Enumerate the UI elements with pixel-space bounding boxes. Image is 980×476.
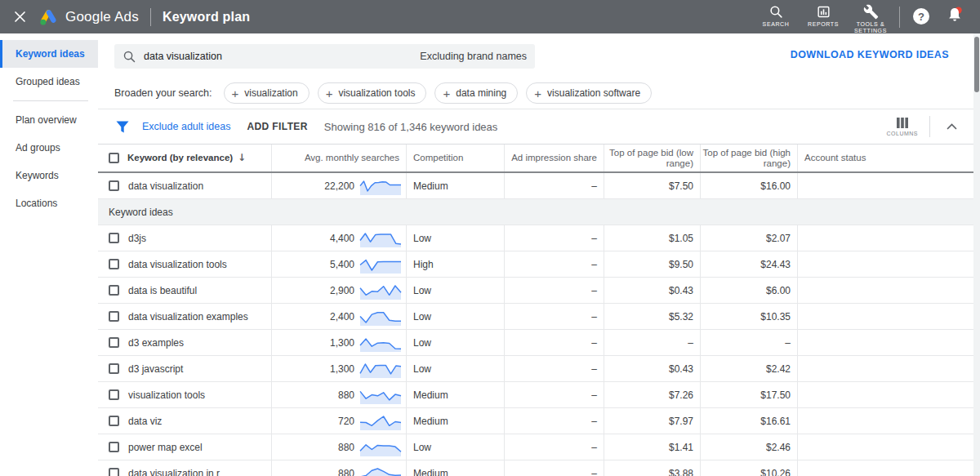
cell-bid-low: $3.88: [604, 460, 700, 476]
row-checkbox[interactable]: [109, 285, 119, 296]
broaden-search-row: Broaden your search: +visualization +vis…: [98, 78, 973, 109]
table-row[interactable]: data visualization in r880Medium–$3.88$1…: [98, 460, 973, 476]
cell-bid-low: $0.43: [604, 356, 700, 381]
cell-account-status: [797, 173, 973, 198]
exclude-adult-ideas-link[interactable]: Exclude adult ideas: [142, 121, 230, 132]
broaden-chip-visualization-tools[interactable]: +visualization tools: [318, 82, 427, 104]
cell-account-status: [797, 330, 973, 355]
cell-avg-monthly-searches: 880: [271, 382, 406, 407]
cell-avg-monthly-searches: 1,300: [271, 330, 406, 355]
help-button[interactable]: ?: [911, 7, 931, 26]
sidebar-item-grouped-ideas[interactable]: Grouped ideas: [0, 68, 98, 96]
cell-competition: Medium: [406, 382, 504, 407]
row-checkbox[interactable]: [109, 337, 119, 348]
scrollbar-thumb[interactable]: [974, 37, 979, 92]
row-checkbox[interactable]: [109, 311, 119, 322]
column-header-top-of-page-bid-low[interactable]: Top of page bid (low range): [604, 145, 700, 171]
column-header-top-of-page-bid-high[interactable]: Top of page bid (high range): [700, 145, 797, 171]
add-filter-button[interactable]: ADD FILTER: [247, 121, 307, 132]
cell-keyword: power map excel: [127, 434, 271, 460]
row-checkbox[interactable]: [109, 416, 119, 426]
cell-ad-impression-share: –: [504, 460, 604, 476]
cell-avg-monthly-searches: 880: [271, 460, 406, 476]
showing-count-text: Showing 816 of 1,346 keyword ideas: [324, 121, 497, 133]
cell-avg-monthly-searches: 720: [271, 408, 406, 434]
row-checkbox[interactable]: [109, 233, 119, 243]
column-header-competition[interactable]: Competition: [406, 145, 504, 171]
filter-funnel-icon[interactable]: [116, 121, 129, 133]
broaden-chip-data-mining[interactable]: +data mining: [434, 82, 518, 104]
row-checkbox[interactable]: [109, 389, 119, 400]
cell-bid-low: $7.26: [604, 382, 700, 407]
cell-checkbox: [98, 434, 127, 460]
table-row[interactable]: data visualization tools5,400High–$9.50$…: [98, 251, 973, 278]
search-icon: [768, 4, 784, 20]
table-row[interactable]: data viz720Medium–$7.97$16.61: [98, 408, 973, 434]
table-row[interactable]: power map excel880Low–$1.41$2.46: [98, 434, 973, 460]
cell-keyword: data visualization in r: [127, 460, 271, 476]
notifications-button[interactable]: [946, 6, 964, 27]
columns-button[interactable]: COLUMNS: [886, 118, 918, 136]
sidebar-item-keyword-ideas[interactable]: Keyword ideas: [0, 40, 98, 68]
table-row[interactable]: visualization tools880Medium–$7.26$17.50: [98, 382, 973, 408]
sidebar-item-locations[interactable]: Locations: [0, 189, 98, 217]
table-row[interactable]: data is beautiful2,900Low–$0.43$6.00: [98, 278, 973, 304]
cell-keyword: d3js: [127, 225, 271, 251]
row-checkbox[interactable]: [109, 259, 119, 269]
close-icon[interactable]: [12, 10, 27, 24]
cell-keyword: visualization tools: [127, 382, 271, 407]
cell-ad-impression-share: –: [504, 304, 604, 329]
column-header-avg-monthly-searches[interactable]: Avg. monthly searches: [271, 145, 406, 171]
plus-icon: +: [232, 87, 239, 100]
cell-bid-low: $1.41: [604, 434, 700, 460]
cell-account-status: [797, 225, 973, 251]
cell-keyword: data visualization examples: [127, 304, 271, 329]
table-row[interactable]: d3 examples1,300Low–––: [98, 330, 973, 356]
cell-checkbox: [98, 173, 127, 198]
cell-keyword: data visualization: [127, 173, 271, 198]
help-icon: ?: [911, 7, 931, 26]
cell-account-status: [797, 460, 973, 476]
table-row[interactable]: d3 javascript1,300Low–$0.43$2.42: [98, 356, 973, 382]
reports-icon: [816, 4, 831, 20]
sidebar-divider: [13, 100, 88, 101]
cell-avg-monthly-searches: 22,200: [271, 173, 406, 198]
cell-checkbox: [98, 330, 127, 355]
row-checkbox[interactable]: [109, 468, 119, 476]
row-checkbox[interactable]: [109, 442, 119, 452]
table-row[interactable]: d3js4,400Low–$1.05$2.07: [98, 225, 973, 251]
column-header-account-status[interactable]: Account status: [797, 145, 973, 171]
sidebar-item-ad-groups[interactable]: Ad groups: [0, 134, 98, 162]
sidebar-item-keywords[interactable]: Keywords: [0, 162, 98, 189]
column-header-ad-impression-share[interactable]: Ad impression share: [504, 145, 604, 171]
nav-search-button[interactable]: SEARCH: [752, 4, 800, 28]
vertical-scrollbar[interactable]: [973, 33, 980, 476]
topbar-divider: [150, 8, 151, 26]
collapse-chevron-up-icon[interactable]: [943, 120, 960, 133]
cell-account-status: [797, 408, 973, 434]
plus-icon: +: [443, 87, 450, 100]
table-row[interactable]: data visualization examples2,400Low–$5.3…: [98, 304, 973, 330]
topbar-divider: [899, 7, 900, 28]
cell-bid-high: $16.61: [700, 408, 797, 434]
search-trend-sparkline: [359, 360, 402, 378]
cell-ad-impression-share: –: [504, 382, 604, 407]
search-icon: [122, 50, 136, 64]
row-checkbox[interactable]: [109, 180, 119, 191]
nav-tools-settings-button[interactable]: TOOLS & SETTINGS: [847, 4, 894, 34]
download-keyword-ideas-button[interactable]: DOWNLOAD KEYWORD IDEAS: [791, 49, 949, 60]
row-checkbox[interactable]: [109, 363, 119, 374]
select-all-checkbox[interactable]: [109, 153, 119, 163]
cell-competition: Low: [406, 330, 504, 355]
nav-reports-button[interactable]: REPORTS: [800, 4, 847, 28]
column-header-keyword[interactable]: Keyword (by relevance)↓: [127, 145, 271, 171]
keyword-search-input[interactable]: data visualization Excluding brand names: [114, 44, 535, 69]
table-row[interactable]: data visualization22,200Medium–$7.50$16.…: [98, 173, 973, 199]
broaden-chip-visualization-software[interactable]: +visualization software: [526, 82, 652, 104]
cell-bid-high: –: [700, 330, 797, 355]
broaden-chip-visualization[interactable]: +visualization: [224, 82, 310, 104]
search-qualifier-text: Excluding brand names: [420, 51, 527, 62]
cell-ad-impression-share: –: [504, 434, 604, 460]
sidebar-item-plan-overview[interactable]: Plan overview: [0, 106, 98, 134]
cell-avg-monthly-searches: 1,300: [271, 356, 406, 381]
